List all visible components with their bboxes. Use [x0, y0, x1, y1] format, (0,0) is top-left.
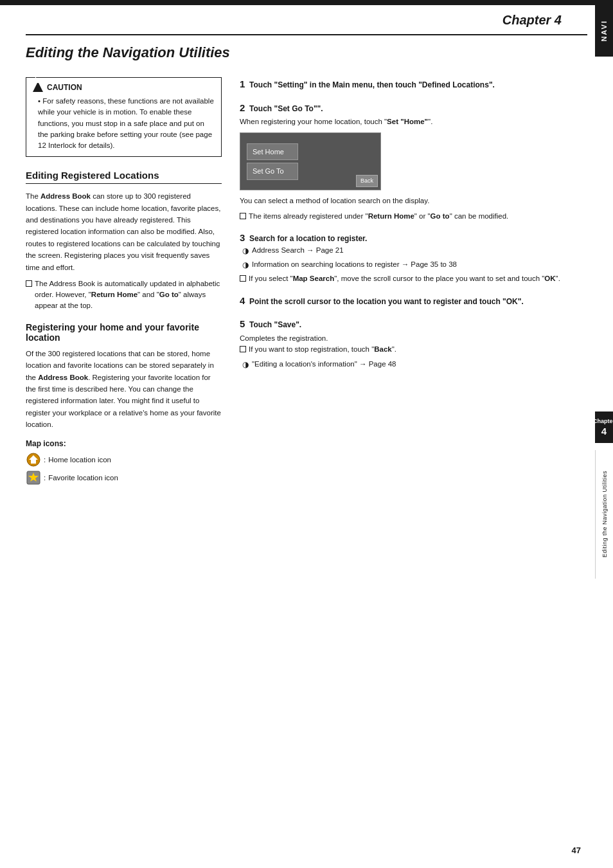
step3-number: 3: [240, 232, 245, 243]
caution-box: ! CAUTION For safety reasons, these func…: [26, 77, 222, 157]
home-icon-label: :: [44, 456, 46, 464]
page-title: Editing the Navigation Utilities: [26, 44, 587, 61]
screen-mockup: Set Home Set Go To Back: [240, 132, 381, 190]
editing-side-text: Editing the Navigation Utilities: [601, 471, 608, 557]
step1-text: Touch "Setting" in the Main menu, then t…: [249, 80, 495, 89]
step1: 1 Touch "Setting" in the Main menu, then…: [240, 77, 564, 92]
navi-tab: NAVI: [595, 5, 613, 57]
fav-icon-text: Favorite location icon: [48, 474, 118, 482]
caution-text: For safety reasons, these functions are …: [33, 96, 215, 151]
note-square-3-icon: [240, 275, 246, 282]
editing-side-tab: Editing the Navigation Utilities: [595, 450, 613, 579]
main-content: ! CAUTION For safety reasons, these func…: [26, 77, 587, 829]
chapter-side-number: 4: [601, 426, 607, 437]
step2-subtext: When registering your home location, tou…: [240, 116, 564, 127]
page-container: NAVI Chapter 4 Editing the Navigation Ut…: [0, 0, 613, 868]
step5-bullet1: ◑ "Editing a location's information" → P…: [240, 359, 564, 370]
step2: 2 Touch "Set Go To"". When registering y…: [240, 101, 564, 222]
section1-note: The Address Book is automatically update…: [26, 278, 222, 312]
step4-text: Point the scroll cursor to the location …: [249, 297, 524, 306]
page-number: 47: [572, 845, 581, 855]
step4: 4 Point the scroll cursor to the locatio…: [240, 294, 564, 309]
arrow-icon-2: ◑: [242, 259, 249, 271]
step3-bullet2: ◑ Information on searching locations to …: [240, 259, 564, 271]
screen-back-btn: Back: [356, 175, 378, 188]
caution-triangle-icon: !: [33, 83, 43, 92]
fav-icon-label: :: [44, 474, 46, 482]
right-column: 1 Touch "Setting" in the Main menu, then…: [240, 77, 587, 829]
set-goto-btn: Set Go To: [247, 163, 298, 180]
section1-heading: Editing Registered Locations: [26, 170, 222, 184]
home-icon-text: Home location icon: [48, 456, 111, 464]
step2-number: 2: [240, 102, 245, 113]
section2-body1: Of the 300 registered locations that can…: [26, 348, 222, 431]
step1-number: 1: [240, 78, 245, 89]
step5-note1: If you want to stop registration, touch …: [240, 344, 564, 355]
step3-bullet1: ◑ Address Search → Page 21: [240, 245, 564, 257]
step2-note1: You can select a method of location sear…: [240, 195, 564, 206]
step3: 3 Search for a location to register. ◑ A…: [240, 231, 564, 285]
chapter4-side-tab: Chapter 4: [595, 411, 613, 443]
step5-text: Touch "Save".: [249, 320, 301, 329]
top-bar: [0, 0, 613, 5]
chapter-label: Chapter 4: [26, 13, 587, 35]
navi-tab-text: NAVI: [600, 20, 608, 41]
note-square-5-icon: [240, 346, 246, 352]
step3-text: Search for a location to register.: [249, 234, 367, 243]
step4-number: 4: [240, 295, 245, 306]
arrow-icon-3: ◑: [242, 359, 249, 370]
note-square-icon: [26, 280, 32, 287]
step5: 5 Touch "Save". Completes the registrati…: [240, 317, 564, 370]
step3-note: If you select "Map Search", move the scr…: [240, 273, 564, 284]
fav-icon-row: : Favorite location icon: [26, 470, 222, 485]
section2-heading: Registering your home and your favorite …: [26, 322, 222, 343]
arrow-icon-1: ◑: [242, 245, 249, 257]
chapter-side-label: Chapter: [593, 418, 613, 424]
step5-subtext: Completes the registration.: [240, 333, 564, 344]
home-icon-row: : Home location icon: [26, 452, 222, 467]
section1-body1: The Address Book can store up to 300 reg…: [26, 190, 222, 273]
left-column: ! CAUTION For safety reasons, these func…: [26, 77, 222, 829]
caution-title: ! CAUTION: [33, 83, 215, 92]
step2-text: Touch "Set Go To"".: [249, 104, 323, 113]
step2-note2-item: The items already registered under "Retu…: [240, 211, 564, 222]
note-square-2-icon: [240, 213, 246, 219]
set-home-btn: Set Home: [247, 143, 298, 161]
map-icons-label: Map icons:: [26, 439, 222, 448]
home-location-icon: [26, 452, 41, 467]
favorite-location-icon: [26, 470, 41, 485]
step5-number: 5: [240, 318, 245, 329]
chapter-header-area: Chapter 4 Editing the Navigation Utiliti…: [26, 13, 587, 61]
